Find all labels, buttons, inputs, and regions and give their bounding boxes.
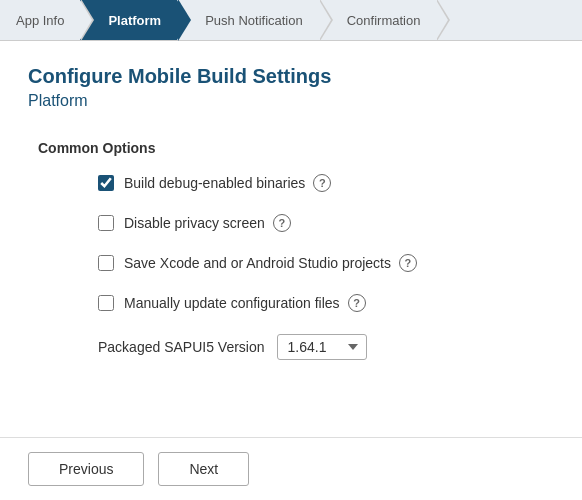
tab-confirmation-label: Confirmation	[347, 13, 421, 28]
option-row-debug: Build debug-enabled binaries ?	[98, 174, 554, 192]
config-files-help-icon[interactable]: ?	[348, 294, 366, 312]
tab-app-info-label: App Info	[16, 13, 64, 28]
page-subtitle: Platform	[28, 92, 554, 110]
version-select[interactable]: 1.64.1 1.60.0 1.62.0 1.66.0	[277, 334, 367, 360]
debug-binaries-checkbox[interactable]	[98, 175, 114, 191]
option-row-privacy: Disable privacy screen ?	[98, 214, 554, 232]
privacy-screen-help-icon[interactable]: ?	[273, 214, 291, 232]
content-area: Configure Mobile Build Settings Platform…	[0, 41, 582, 384]
section-title: Common Options	[38, 140, 554, 156]
debug-binaries-label: Build debug-enabled binaries	[124, 175, 305, 191]
config-files-checkbox[interactable]	[98, 295, 114, 311]
tab-push-notification[interactable]: Push Notification	[177, 0, 319, 40]
option-row-config: Manually update configuration files ?	[98, 294, 554, 312]
page-title: Configure Mobile Build Settings	[28, 65, 554, 88]
privacy-screen-label: Disable privacy screen	[124, 215, 265, 231]
previous-button[interactable]: Previous	[28, 452, 144, 486]
tab-confirmation[interactable]: Confirmation	[319, 0, 437, 40]
tab-push-notification-label: Push Notification	[205, 13, 303, 28]
config-files-label: Manually update configuration files	[124, 295, 340, 311]
tab-platform[interactable]: Platform	[80, 0, 177, 40]
tab-app-info[interactable]: App Info	[0, 0, 80, 40]
version-row: Packaged SAPUI5 Version 1.64.1 1.60.0 1.…	[98, 334, 554, 360]
options-section: Common Options Build debug-enabled binar…	[38, 140, 554, 360]
option-row-xcode: Save Xcode and or Android Studio project…	[98, 254, 554, 272]
xcode-projects-label: Save Xcode and or Android Studio project…	[124, 255, 391, 271]
xcode-projects-checkbox[interactable]	[98, 255, 114, 271]
privacy-screen-checkbox[interactable]	[98, 215, 114, 231]
tab-platform-label: Platform	[108, 13, 161, 28]
wizard-tabs: App Info Platform Push Notification Conf…	[0, 0, 582, 41]
version-label: Packaged SAPUI5 Version	[98, 339, 265, 355]
xcode-projects-help-icon[interactable]: ?	[399, 254, 417, 272]
debug-binaries-help-icon[interactable]: ?	[313, 174, 331, 192]
footer: Previous Next	[0, 437, 582, 500]
next-button[interactable]: Next	[158, 452, 249, 486]
